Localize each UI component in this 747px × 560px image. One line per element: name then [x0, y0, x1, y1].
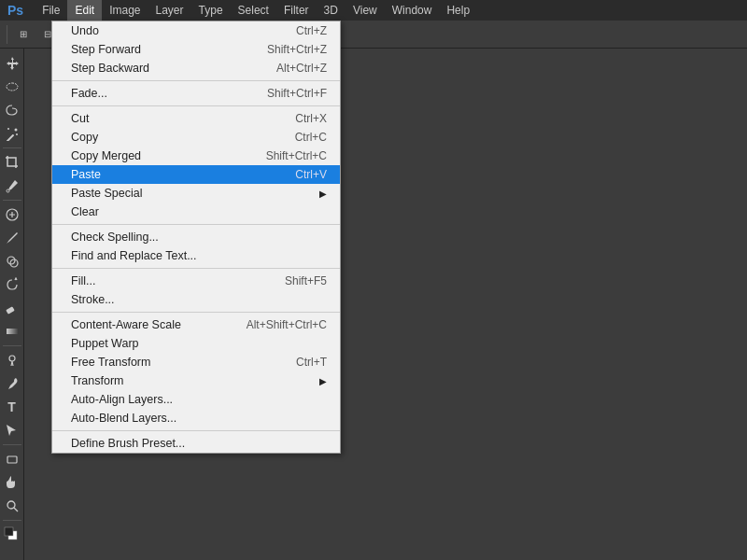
tool-clone[interactable] — [1, 250, 23, 273]
menu-item-paste-special[interactable]: Paste Special ▶ — [52, 184, 340, 203]
sep-5 — [52, 312, 340, 313]
menu-item-auto-align[interactable]: Auto-Align Layers... — [52, 390, 340, 409]
paste-label: Paste — [71, 168, 101, 181]
fade-shortcut: Shift+Ctrl+F — [267, 87, 327, 100]
menu-view[interactable]: View — [345, 0, 385, 21]
sep-3 — [52, 224, 340, 225]
menu-select[interactable]: Select — [231, 0, 276, 21]
tool-wand[interactable] — [1, 122, 23, 145]
svg-rect-0 — [7, 83, 18, 91]
sep-4 — [52, 268, 340, 269]
tool-path-select[interactable] — [1, 419, 23, 441]
tool-eyedropper[interactable] — [1, 175, 23, 197]
free-transform-label: Free Transform — [71, 356, 150, 369]
menu-item-find-replace[interactable]: Find and Replace Text... — [52, 246, 340, 265]
paste-special-label: Paste Special — [71, 187, 142, 200]
menu-3d[interactable]: 3D — [317, 0, 345, 21]
menu-item-clear[interactable]: Clear — [52, 203, 340, 221]
menu-item-fade[interactable]: Fade... Shift+Ctrl+F — [52, 84, 340, 103]
menu-item-copy-merged[interactable]: Copy Merged Shift+Ctrl+C — [52, 147, 340, 165]
menu-edit[interactable]: Edit — [67, 0, 102, 21]
tool-pen[interactable] — [1, 372, 23, 395]
step-backward-shortcut: Alt+Ctrl+Z — [276, 62, 327, 75]
menu-item-undo[interactable]: Undo Ctrl+Z — [52, 21, 340, 40]
menu-layer[interactable]: Layer — [148, 0, 191, 21]
menu-item-auto-blend[interactable]: Auto-Blend Layers... — [52, 409, 340, 427]
fade-label: Fade... — [71, 87, 107, 100]
menu-item-step-forward[interactable]: Step Forward Shift+Ctrl+Z — [52, 40, 340, 59]
copy-label: Copy — [71, 131, 98, 144]
menu-item-content-aware-scale[interactable]: Content-Aware Scale Alt+Shift+Ctrl+C — [52, 315, 340, 334]
check-spelling-label: Check Spelling... — [71, 231, 159, 244]
menu-item-puppet-warp[interactable]: Puppet Warp — [52, 334, 340, 353]
menu-image[interactable]: Image — [102, 0, 148, 21]
menu-filter[interactable]: Filter — [276, 0, 317, 21]
menu-file[interactable]: File — [35, 0, 67, 21]
side-toolbar: T — [0, 49, 24, 560]
tool-eraser[interactable] — [1, 297, 23, 319]
free-transform-shortcut: Ctrl+T — [296, 356, 327, 369]
menu-item-stroke[interactable]: Stroke... — [52, 290, 340, 309]
svg-point-5 — [7, 189, 9, 192]
tool-shape[interactable] — [1, 448, 23, 470]
stroke-label: Stroke... — [71, 293, 115, 306]
clear-label: Clear — [71, 205, 99, 218]
tool-gradient[interactable] — [1, 320, 23, 343]
menu-window[interactable]: Window — [385, 0, 440, 21]
menu-item-check-spelling[interactable]: Check Spelling... — [52, 228, 340, 246]
toolbar-sep-1 — [7, 25, 7, 44]
sep-1 — [52, 80, 340, 81]
fg-bg-colors[interactable] — [1, 524, 23, 546]
sep-2 — [52, 105, 340, 106]
tool-text[interactable]: T — [1, 396, 23, 418]
menu-item-free-transform[interactable]: Free Transform Ctrl+T — [52, 353, 340, 371]
svg-rect-12 — [7, 456, 17, 463]
auto-blend-label: Auto-Blend Layers... — [71, 412, 176, 425]
step-backward-label: Step Backward — [71, 62, 149, 75]
svg-rect-10 — [7, 329, 18, 334]
content-aware-shortcut: Alt+Shift+Ctrl+C — [247, 318, 327, 331]
tool-heal[interactable] — [1, 203, 23, 226]
svg-point-2 — [14, 129, 17, 132]
sep-tools-3 — [3, 345, 21, 346]
tool-zoom[interactable] — [1, 495, 23, 517]
tool-move[interactable] — [1, 52, 23, 75]
menubar: Ps File Edit Image Layer Type Select Fil… — [0, 0, 747, 21]
copy-merged-label: Copy Merged — [71, 149, 141, 162]
menu-item-define-brush[interactable]: Define Brush Preset... — [52, 434, 340, 453]
sep-tools-4 — [3, 444, 21, 445]
edit-dropdown: Undo Ctrl+Z Step Forward Shift+Ctrl+Z St… — [51, 21, 341, 454]
menu-item-transform[interactable]: Transform ▶ — [52, 371, 340, 390]
tool-history-brush[interactable] — [1, 273, 23, 296]
menu-help[interactable]: Help — [439, 0, 477, 21]
tool-lasso[interactable] — [1, 99, 23, 121]
cut-shortcut: Ctrl+X — [295, 112, 327, 125]
paste-shortcut: Ctrl+V — [295, 168, 327, 181]
sep-6 — [52, 430, 340, 431]
svg-rect-9 — [6, 306, 14, 314]
menu-item-paste[interactable]: Paste Ctrl+V — [52, 165, 340, 184]
step-forward-label: Step Forward — [71, 43, 141, 56]
puppet-warp-label: Puppet Warp — [71, 337, 139, 350]
menu-item-fill[interactable]: Fill... Shift+F5 — [52, 272, 340, 290]
menu-item-cut[interactable]: Cut Ctrl+X — [52, 109, 340, 128]
tool-dodge[interactable] — [1, 349, 23, 371]
tool-crop[interactable] — [1, 151, 23, 174]
undo-shortcut: Ctrl+Z — [296, 24, 327, 37]
tool-brush[interactable] — [1, 227, 23, 249]
find-replace-label: Find and Replace Text... — [71, 249, 197, 262]
svg-rect-15 — [5, 527, 13, 536]
svg-point-4 — [16, 133, 18, 135]
svg-point-3 — [7, 128, 9, 130]
menu-item-step-backward[interactable]: Step Backward Alt+Ctrl+Z — [52, 59, 340, 77]
copy-merged-shortcut: Shift+Ctrl+C — [266, 149, 327, 162]
tool-marquee[interactable] — [1, 76, 23, 98]
sep-tools-5 — [3, 520, 21, 521]
toolbar-btn-1[interactable]: ⊞ — [12, 23, 35, 46]
tool-hand[interactable] — [1, 471, 23, 494]
menu-item-copy[interactable]: Copy Ctrl+C — [52, 128, 340, 147]
fill-shortcut: Shift+F5 — [285, 274, 327, 287]
menu-type[interactable]: Type — [191, 0, 231, 21]
svg-point-11 — [9, 356, 15, 361]
auto-align-label: Auto-Align Layers... — [71, 393, 173, 406]
